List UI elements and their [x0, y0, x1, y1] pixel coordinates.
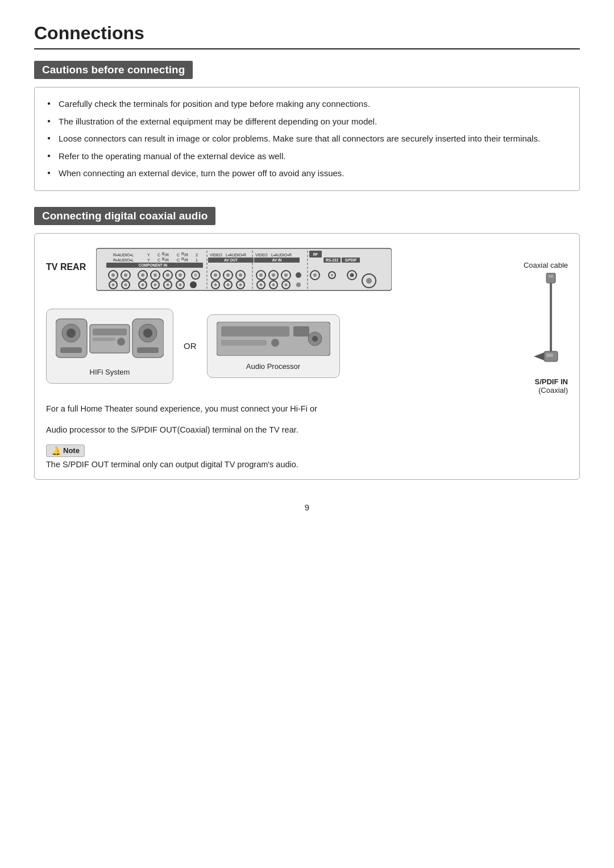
svg-rect-106: [117, 338, 125, 346]
page-number: 9: [34, 502, 580, 512]
svg-text:/R: /R: [165, 253, 169, 257]
audio-processor-label: Audio Processor: [217, 362, 330, 371]
spdif-coaxial-label: (Coaxial): [538, 386, 568, 394]
cautions-header: Cautions before connecting: [34, 61, 193, 79]
svg-text:Y: Y: [147, 258, 150, 262]
cautions-box: Carefully check the terminals for positi…: [34, 87, 580, 191]
svg-text:RS-232: RS-232: [326, 258, 338, 262]
svg-point-89: [239, 283, 242, 286]
note-header-text: Note: [63, 446, 80, 455]
svg-point-91: [260, 283, 263, 286]
svg-point-80: [167, 283, 169, 286]
svg-point-24: [124, 273, 127, 277]
svg-rect-118: [546, 273, 555, 283]
note-header: 🔔 Note: [46, 445, 85, 457]
hifi-label: HIFi System: [56, 368, 164, 376]
coaxial-description-2: Audio processor to the S/PDIF OUT(Coaxia…: [46, 423, 568, 437]
svg-point-22: [111, 273, 115, 277]
svg-point-74: [125, 283, 127, 286]
tv-rear-label: TV REAR: [46, 262, 86, 272]
note-icon: 🔔: [51, 446, 61, 455]
coaxial-header: Connecting digital coaxial audio: [34, 207, 215, 225]
audio-processor-svg: [217, 322, 330, 356]
caution-item-1: Carefully check the terminals for positi…: [46, 95, 568, 113]
cautions-list: Carefully check the terminals for positi…: [46, 95, 568, 182]
svg-text:C: C: [157, 258, 160, 262]
svg-point-109: [143, 329, 152, 338]
svg-point-101: [67, 329, 76, 338]
svg-rect-119: [549, 275, 553, 277]
or-label: OR: [184, 341, 197, 351]
caution-item-4: Refer to the operating manual of the ext…: [46, 148, 568, 165]
svg-text:C: C: [157, 253, 160, 257]
svg-text:L•AUDIO•R: L•AUDIO•R: [226, 253, 246, 257]
svg-point-87: [227, 283, 230, 286]
svg-point-41: [214, 273, 217, 277]
svg-point-66: [313, 273, 317, 277]
svg-text:L•AUDIO•R: L•AUDIO•R: [271, 253, 292, 257]
svg-text:VIDEO: VIDEO: [255, 253, 268, 257]
svg-point-78: [154, 283, 157, 286]
svg-rect-102: [60, 347, 82, 353]
caution-item-5: When connecting an external device, turn…: [46, 165, 568, 182]
cautions-section: Cautions before connecting Carefully che…: [34, 61, 580, 191]
svg-point-43: [226, 273, 230, 277]
svg-rect-122: [546, 354, 553, 357]
svg-point-85: [214, 283, 217, 286]
svg-rect-104: [93, 329, 127, 335]
svg-point-52: [259, 273, 263, 277]
svg-text:Y: Y: [147, 253, 150, 257]
svg-point-93: [272, 283, 275, 286]
svg-point-72: [112, 283, 115, 286]
svg-text:RF: RF: [313, 252, 318, 256]
svg-text:/R: /R: [184, 253, 188, 257]
svg-point-98: [366, 278, 372, 284]
svg-text:R•AUDIO•L: R•AUDIO•L: [113, 253, 134, 257]
note-box: 🔔 Note The S/PDIF OUT terminal only can …: [46, 445, 568, 469]
svg-point-57: [296, 272, 301, 278]
svg-point-68: [331, 274, 333, 276]
svg-point-26: [141, 273, 144, 277]
caution-item-3: Loose connectors can result in image or …: [46, 130, 568, 148]
coaxial-cable-label: Coaxial cable: [524, 261, 568, 269]
spdif-in-label: S/PDIF IN: [534, 377, 568, 386]
coaxial-cable-svg: [534, 273, 568, 375]
svg-point-76: [142, 283, 144, 286]
page-title: Connections: [34, 23, 580, 49]
svg-rect-115: [293, 326, 309, 337]
svg-text:S/PDIF: S/PDIF: [345, 258, 357, 262]
svg-rect-105: [93, 338, 115, 341]
svg-marker-123: [534, 352, 544, 360]
svg-text:VIDEO: VIDEO: [210, 253, 222, 257]
caution-item-2: The illustration of the external equipme…: [46, 113, 568, 131]
svg-point-28: [154, 273, 157, 277]
svg-point-96: [296, 283, 301, 287]
svg-point-83: [190, 281, 197, 288]
svg-text:2: 2: [196, 253, 198, 257]
svg-text:COMPONENT IN: COMPONENT IN: [139, 263, 168, 267]
svg-point-30: [166, 273, 169, 277]
coaxial-section: Connecting digital coaxial audio TV REAR…: [34, 207, 580, 480]
coaxial-cable-column: Coaxial cable S/PDIF IN (Coaxial): [477, 244, 568, 394]
tv-rear-panel-svg: R•AUDIO•L Y CB/R CR/R 2 R•AUDIO•L Y CB/R…: [96, 244, 392, 295]
svg-rect-110: [137, 347, 159, 353]
svg-text:C: C: [177, 253, 180, 257]
svg-text:AV IN: AV IN: [272, 258, 282, 262]
svg-rect-113: [221, 340, 267, 346]
svg-text:/R: /R: [184, 258, 188, 262]
svg-point-95: [285, 283, 288, 286]
svg-point-56: [284, 273, 288, 277]
svg-point-45: [239, 273, 242, 277]
diagram-box: TV REAR R•AUDIO•L Y CB/R CR/R 2 R•AUDIO•…: [34, 233, 580, 480]
hifi-system-svg: [56, 316, 164, 362]
note-text: The S/PDIF OUT terminal only can output …: [46, 460, 568, 469]
svg-text:C: C: [177, 258, 180, 262]
svg-point-82: [179, 283, 182, 286]
svg-text:R•AUDIO•L: R•AUDIO•L: [113, 258, 134, 262]
coaxial-description-1: For a full Home Theater sound experience…: [46, 402, 568, 416]
svg-text:AV OUT: AV OUT: [224, 258, 238, 262]
svg-point-34: [194, 273, 197, 277]
svg-point-54: [272, 273, 275, 277]
svg-point-117: [312, 336, 318, 342]
svg-text:1: 1: [196, 258, 198, 262]
